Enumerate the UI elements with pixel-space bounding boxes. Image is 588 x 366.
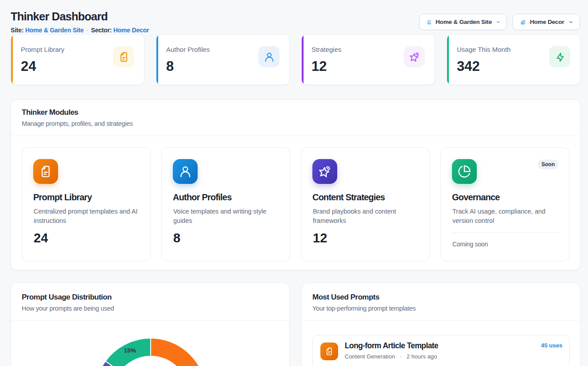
svg-text:15%: 15% — [124, 347, 136, 354]
